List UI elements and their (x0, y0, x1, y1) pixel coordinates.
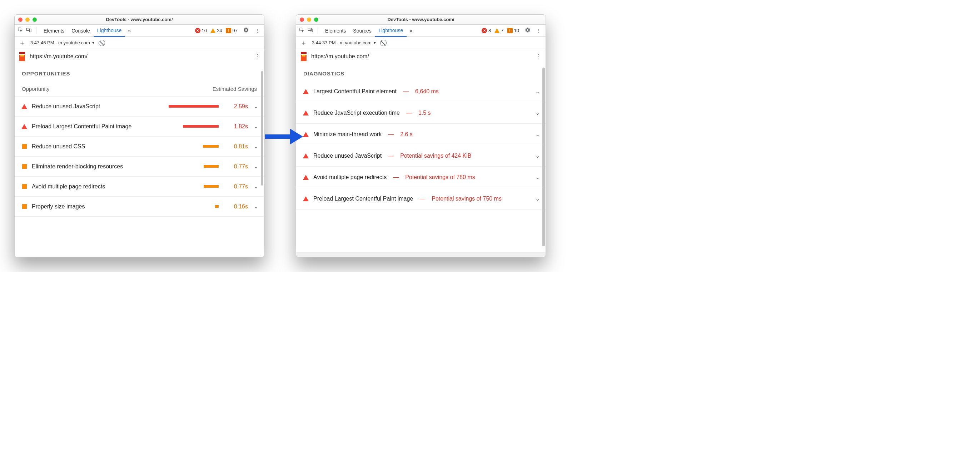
console-issue-badges[interactable]: ✕10 24 !97 (195, 28, 240, 33)
chevron-down-icon: ⌄ (253, 203, 259, 210)
savings-bar (204, 165, 219, 168)
diagnostic-metric: Potential savings of 424 KiB (400, 153, 471, 159)
report-body: DIAGNOSTICS Largest Contentful Paint ele… (296, 64, 546, 257)
window-title: DevTools - www.youtube.com/ (296, 17, 546, 22)
settings-gear-icon[interactable] (241, 27, 251, 34)
severity-icon (303, 132, 308, 137)
more-tabs-chevron-icon[interactable]: » (126, 28, 132, 34)
savings-value: 1.82s (225, 123, 248, 130)
clear-icon[interactable] (99, 40, 105, 46)
severity-icon (22, 124, 27, 129)
tab-elements[interactable]: Elements (40, 25, 68, 37)
window-title: DevTools - www.youtube.com/ (15, 17, 264, 22)
new-report-button[interactable]: ＋ (299, 38, 308, 47)
savings-value: 0.77s (225, 163, 248, 170)
diagnostic-row[interactable]: Largest Contentful Paint element—6,640 m… (296, 81, 546, 102)
diagnostic-row[interactable]: Minimize main-thread work—2.6 s⌄ (296, 124, 546, 145)
kebab-menu-icon[interactable]: ⋮ (253, 28, 262, 34)
divider (36, 27, 37, 34)
dropdown-caret-icon: ▼ (91, 41, 95, 45)
report-url-row: https://m.youtube.com/ ⋮ (15, 49, 264, 64)
clear-icon[interactable] (380, 40, 387, 46)
diagnostic-row[interactable]: Reduce unused JavaScript—Potential savin… (296, 145, 546, 167)
opportunity-label: Eliminate render-blocking resources (32, 163, 123, 170)
device-toolbar-icon[interactable] (307, 27, 314, 34)
diagnostic-row[interactable]: Preload Largest Contentful Paint image—P… (296, 188, 546, 209)
divider (318, 27, 318, 34)
error-count: 8 (488, 28, 491, 33)
close-window-button[interactable] (18, 18, 22, 22)
dash-separator: — (418, 196, 426, 202)
diagnostic-metric: Potential savings of 780 ms (405, 174, 475, 180)
console-issue-badges[interactable]: ✕8 7 !10 (482, 28, 521, 33)
close-window-button[interactable] (300, 18, 304, 22)
severity-icon (22, 204, 27, 209)
zoom-window-button[interactable] (32, 18, 37, 22)
tab-console[interactable]: Console (68, 25, 93, 37)
chevron-down-icon: ⌄ (253, 143, 259, 150)
dash-separator: — (391, 174, 400, 180)
col-estimated-savings: Estimated Savings (213, 86, 257, 92)
lighthouse-icon (18, 52, 26, 61)
new-report-button[interactable]: ＋ (18, 38, 27, 47)
diagnostic-row[interactable]: Reduce JavaScript execution time—1.5 s⌄ (296, 102, 546, 124)
savings-value: 0.81s (225, 143, 248, 150)
diagnostic-metric: 1.5 s (418, 110, 431, 116)
inspect-icon[interactable] (17, 27, 24, 34)
minimize-window-button[interactable] (307, 18, 311, 22)
savings-bar (203, 145, 219, 148)
opportunity-row[interactable]: Avoid multiple page redirects0.77s⌄ (15, 177, 264, 196)
minimize-window-button[interactable] (25, 18, 30, 22)
diagnostic-metric: Potential savings of 750 ms (431, 196, 502, 202)
tab-sources[interactable]: Sources (349, 25, 375, 37)
tab-lighthouse[interactable]: Lighthouse (94, 25, 126, 37)
report-timestamp: 3:44:37 PM - m.youtube.com (312, 40, 372, 45)
severity-icon (303, 196, 308, 201)
scrollbar-thumb[interactable] (542, 67, 545, 246)
device-toolbar-icon[interactable] (25, 27, 32, 34)
savings-bar-track (105, 105, 220, 108)
severity-icon (22, 104, 27, 109)
report-timestamp: 3:47:46 PM - m.youtube.com (30, 40, 90, 45)
opportunity-label: Reduce unused JavaScript (32, 103, 100, 110)
diagnostic-label: Preload Largest Contentful Paint image (313, 196, 413, 202)
dash-separator: — (405, 110, 414, 116)
report-body: OPPORTUNITIES Opportunity Estimated Savi… (15, 64, 264, 257)
savings-bar-track (110, 185, 220, 188)
report-selector[interactable]: 3:44:37 PM - m.youtube.com ▼ (312, 40, 377, 45)
report-selector[interactable]: 3:47:46 PM - m.youtube.com ▼ (30, 40, 95, 45)
inspect-icon[interactable] (298, 27, 305, 34)
diagnostic-row[interactable]: Avoid multiple page redirects—Potential … (296, 167, 546, 188)
dash-separator: — (387, 153, 395, 159)
settings-gear-icon[interactable] (523, 27, 533, 34)
report-menu-icon[interactable]: ⋮ (254, 53, 261, 61)
more-tabs-chevron-icon[interactable]: » (408, 28, 414, 34)
savings-bar (169, 105, 219, 108)
opportunity-row[interactable]: Properly size images0.16s⌄ (15, 196, 264, 217)
kebab-menu-icon[interactable]: ⋮ (534, 28, 543, 34)
opportunity-row[interactable]: Reduce unused CSS0.81s⌄ (15, 137, 264, 157)
severity-icon (22, 144, 27, 149)
chevron-down-icon: ⌄ (535, 131, 541, 137)
chevron-down-icon: ⌄ (253, 103, 259, 110)
scrollbar-thumb[interactable] (261, 71, 263, 185)
window-controls (15, 18, 37, 22)
error-count: 10 (202, 28, 207, 33)
diagnostic-label: Minimize main-thread work (313, 131, 382, 137)
dash-separator: — (402, 88, 410, 95)
zoom-window-button[interactable] (314, 18, 318, 22)
tab-elements[interactable]: Elements (321, 25, 349, 37)
lighthouse-icon (300, 52, 308, 61)
diagnostic-label: Avoid multiple page redirects (313, 174, 387, 180)
tab-lighthouse[interactable]: Lighthouse (375, 25, 407, 37)
error-icon: ✕ (195, 28, 200, 33)
diagnostic-metric: 6,640 ms (415, 88, 439, 95)
report-menu-icon[interactable]: ⋮ (536, 53, 542, 61)
opportunity-row[interactable]: Eliminate render-blocking resources0.77s… (15, 157, 264, 177)
opportunity-row[interactable]: Reduce unused JavaScript2.59s⌄ (15, 96, 264, 117)
section-title-diagnostics: DIAGNOSTICS (296, 64, 546, 81)
opportunity-row[interactable]: Preload Largest Contentful Paint image1.… (15, 117, 264, 137)
savings-value: 0.77s (225, 184, 248, 190)
lighthouse-toolbar: ＋ 3:47:46 PM - m.youtube.com ▼ (15, 37, 264, 49)
horizontal-scrollbar[interactable] (296, 252, 546, 257)
